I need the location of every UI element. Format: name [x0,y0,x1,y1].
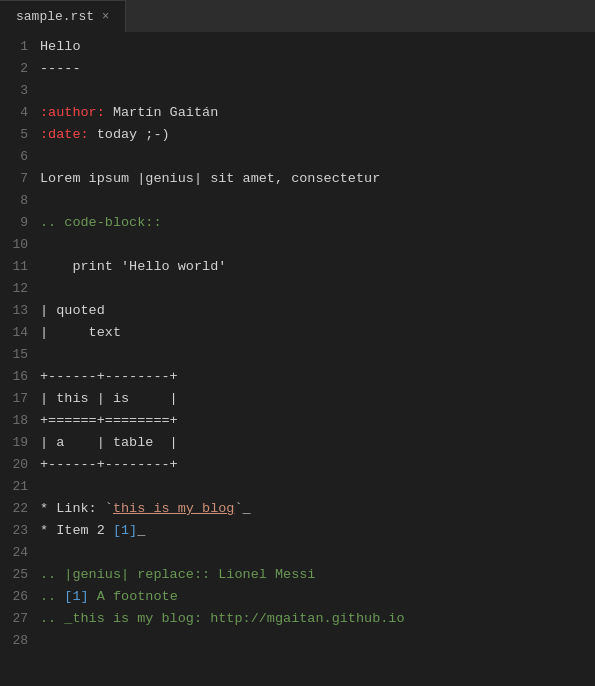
line-number: 18 [0,410,40,432]
title-bar: sample.rst × [0,0,595,32]
token: _ [137,523,145,538]
token: today ;-) [89,127,170,142]
editor-line: 5:date: today ;-) [0,124,595,146]
line-number: 17 [0,388,40,410]
token: | quoted [40,303,105,318]
token: * Item 2 [40,523,113,538]
editor-line: 8 [0,190,595,212]
token: .. code-block:: [40,215,162,230]
editor-line: 26.. [1] A footnote [0,586,595,608]
editor-line: 21 [0,476,595,498]
line-content: print 'Hello world' [40,256,226,278]
token: | a | table | [40,435,178,450]
editor-line: 9.. code-block:: [0,212,595,234]
line-number: 11 [0,256,40,278]
line-number: 14 [0,322,40,344]
editor-line: 23* Item 2 [1]_ [0,520,595,542]
token: .. |genius| replace:: Lionel Messi [40,567,315,582]
line-content: +------+--------+ [40,366,178,388]
line-content: | a | table | [40,432,178,454]
editor-line: 16+------+--------+ [0,366,595,388]
token: +------+--------+ [40,457,178,472]
token: * Link: ` [40,501,113,516]
editor-line: 19| a | table | [0,432,595,454]
line-number: 8 [0,190,40,212]
token: +------+--------+ [40,369,178,384]
line-content [40,344,48,366]
line-content [40,630,48,652]
editor-line: 28 [0,630,595,652]
editor-line: 18+======+========+ [0,410,595,432]
editor-line: 6 [0,146,595,168]
line-number: 22 [0,498,40,520]
line-number: 7 [0,168,40,190]
token: :author: [40,105,105,120]
line-number: 12 [0,278,40,300]
line-content [40,542,48,564]
editor-line: 13| quoted [0,300,595,322]
token: A footnote [89,589,178,604]
line-number: 27 [0,608,40,630]
token: .. _this is my blog: http://mgaitan.gith… [40,611,405,626]
line-content: Hello [40,36,81,58]
line-content: .. _this is my blog: http://mgaitan.gith… [40,608,405,630]
line-number: 4 [0,102,40,124]
line-number: 5 [0,124,40,146]
editor-area: 1Hello2-----3 4:author: Martín Gaitán5:d… [0,32,595,686]
line-content: | this | is | [40,388,178,410]
line-number: 9 [0,212,40,234]
line-number: 10 [0,234,40,256]
editor-line: 7Lorem ipsum |genius| sit amet, consecte… [0,168,595,190]
line-number: 2 [0,58,40,80]
token: ----- [40,61,81,76]
line-number: 15 [0,344,40,366]
line-number: 19 [0,432,40,454]
line-content: .. |genius| replace:: Lionel Messi [40,564,315,586]
token: | text [40,325,121,340]
token: Lorem ipsum |genius| sit amet, consectet… [40,171,380,186]
line-number: 20 [0,454,40,476]
editor-line: 3 [0,80,595,102]
token: [1] [64,589,88,604]
line-number: 3 [0,80,40,102]
editor-tab[interactable]: sample.rst × [0,0,126,32]
line-content [40,476,48,498]
editor-line: 25.. |genius| replace:: Lionel Messi [0,564,595,586]
line-number: 25 [0,564,40,586]
editor-line: 27.. _this is my blog: http://mgaitan.gi… [0,608,595,630]
token: Martín Gaitán [105,105,218,120]
line-number: 6 [0,146,40,168]
editor-line: 2----- [0,58,595,80]
tab-close-icon[interactable]: × [102,10,109,24]
editor-line: 12 [0,278,595,300]
line-number: 1 [0,36,40,58]
token: print 'Hello world' [40,259,226,274]
line-number: 24 [0,542,40,564]
token: Hello [40,39,81,54]
line-content: * Item 2 [1]_ [40,520,145,542]
token: :date: [40,127,89,142]
line-content: +------+--------+ [40,454,178,476]
line-number: 16 [0,366,40,388]
line-content: | quoted [40,300,105,322]
token: this is my blog [113,501,235,516]
token: .. [40,589,64,604]
editor-line: 22* Link: `this is my blog`_ [0,498,595,520]
line-content: +======+========+ [40,410,178,432]
line-content [40,80,48,102]
editor-line: 14| text [0,322,595,344]
line-number: 23 [0,520,40,542]
editor-line: 17| this | is | [0,388,595,410]
line-content: :date: today ;-) [40,124,170,146]
line-content: ----- [40,58,81,80]
line-content [40,234,48,256]
editor-line: 15 [0,344,595,366]
line-content [40,278,48,300]
line-content: | text [40,322,121,344]
token: +======+========+ [40,413,178,428]
line-content: Lorem ipsum |genius| sit amet, consectet… [40,168,380,190]
editor-line: 11 print 'Hello world' [0,256,595,278]
editor-line: 4:author: Martín Gaitán [0,102,595,124]
line-content: * Link: `this is my blog`_ [40,498,251,520]
line-content: .. code-block:: [40,212,162,234]
